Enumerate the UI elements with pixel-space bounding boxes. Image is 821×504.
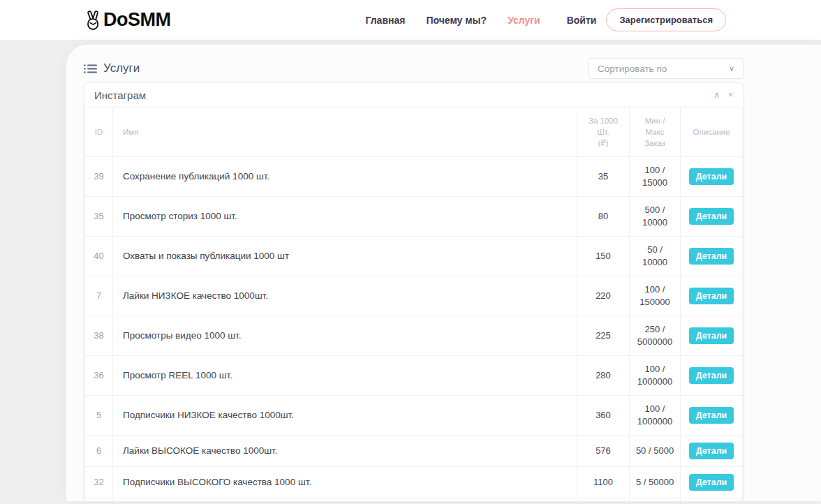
service-description-cell: Детали bbox=[681, 467, 743, 498]
page-title: Услуги bbox=[103, 61, 140, 75]
details-button[interactable]: Детали bbox=[689, 168, 734, 185]
service-id: 40 bbox=[85, 237, 113, 276]
service-name: Подписчики ВЫСОКОЕ качество 1000шт. bbox=[113, 498, 577, 502]
service-id: 7 bbox=[85, 276, 113, 316]
service-id: 5 bbox=[85, 396, 113, 436]
logo[interactable]: DoSMM bbox=[84, 9, 170, 31]
table-row: 35 Просмотр сториз 1000 шт. 80 500 / 100… bbox=[85, 197, 743, 237]
service-description-cell: Детали bbox=[681, 237, 743, 276]
service-id: 6 bbox=[85, 436, 113, 467]
service-price: 150 bbox=[577, 237, 630, 276]
column-header: ID bbox=[85, 108, 113, 157]
list-icon bbox=[84, 64, 97, 74]
service-min-max: 250 / 5000000 bbox=[630, 316, 681, 356]
details-button[interactable]: Детали bbox=[689, 474, 734, 491]
service-name: Подписчики НИЗКОЕ качество 1000шт. bbox=[113, 396, 577, 436]
service-price: 360 bbox=[577, 396, 630, 436]
service-price: 35 bbox=[577, 157, 630, 197]
table-header-row: IDИмяЗа 1000 Шт. (₽)Мин / Макс ЗаказОпис… bbox=[85, 108, 743, 157]
table-row: 38 Просмотры видео 1000 шт. 225 250 / 50… bbox=[85, 316, 743, 356]
service-description-cell: Детали bbox=[681, 157, 743, 197]
details-button[interactable]: Детали bbox=[689, 407, 734, 424]
service-name: Просмотры видео 1000 шт. bbox=[113, 316, 577, 356]
chevron-down-icon: ∨ bbox=[729, 64, 734, 73]
table-row: 6 Лайки ВЫСОКОЕ качество 1000шт. 576 50 … bbox=[85, 436, 743, 467]
service-price: 280 bbox=[577, 356, 630, 396]
service-min-max: 50 / 5000 bbox=[630, 436, 681, 467]
victory-hand-icon bbox=[84, 10, 102, 31]
service-price: 1848 bbox=[577, 498, 630, 502]
card-header: Инстаграм ∧ × bbox=[84, 83, 743, 107]
service-name: Лайки ВЫСОКОЕ качество 1000шт. bbox=[113, 436, 577, 467]
service-description-cell: Детали bbox=[681, 436, 743, 467]
service-id: 39 bbox=[85, 157, 113, 197]
content-panel: Услуги Сортировать по ∨ Инстаграм ∧ × bbox=[66, 45, 821, 501]
main-nav: Главная Почему мы? Услуги bbox=[365, 15, 540, 26]
service-description-cell: Детали bbox=[681, 316, 743, 356]
collapse-icon[interactable]: ∧ bbox=[713, 90, 720, 100]
service-min-max: 100 / 1000000 bbox=[630, 356, 681, 396]
service-description-cell: Детали bbox=[681, 498, 743, 502]
register-button[interactable]: Зарегистрироваться bbox=[606, 8, 726, 31]
details-button[interactable]: Детали bbox=[689, 367, 734, 384]
service-name: Лайки НИЗКОЕ качество 1000шт. bbox=[113, 276, 577, 316]
table-row: 5 Подписчики НИЗКОЕ качество 1000шт. 360… bbox=[85, 396, 743, 436]
service-min-max: 5 / 50000 bbox=[630, 467, 681, 498]
service-min-max: 100 / 15000 bbox=[630, 157, 681, 197]
service-min-max: 100 / 1000000 bbox=[630, 396, 681, 436]
login-link[interactable]: Войти bbox=[567, 15, 597, 26]
service-name: Сохранение публикаций 1000 шт. bbox=[113, 157, 577, 197]
table-row: 39 Сохранение публикаций 1000 шт. 35 100… bbox=[85, 157, 743, 197]
card-title: Инстаграм bbox=[94, 89, 146, 101]
service-min-max: 500 / 10000 bbox=[630, 197, 681, 237]
column-header: Описание bbox=[681, 108, 743, 157]
details-button[interactable]: Детали bbox=[689, 327, 734, 344]
column-header: За 1000 Шт. (₽) bbox=[577, 108, 630, 157]
table-row: 7 Лайки НИЗКОЕ качество 1000шт. 220 100 … bbox=[85, 276, 743, 316]
top-header: DoSMM Главная Почему мы? Услуги Войти За… bbox=[0, 0, 821, 40]
sort-select[interactable]: Сортировать по ∨ bbox=[589, 58, 744, 79]
service-name: Охваты и показы публикации 1000 шт bbox=[113, 237, 577, 276]
logo-text: DoSMM bbox=[103, 9, 170, 31]
service-name: Просмотр REEL 1000 шт. bbox=[113, 356, 577, 396]
nav-link-why-us[interactable]: Почему мы? bbox=[426, 15, 487, 26]
service-min-max: 50 / 20000 bbox=[630, 498, 681, 502]
services-toolbar: Услуги Сортировать по ∨ bbox=[84, 45, 744, 81]
service-price: 1100 bbox=[577, 467, 630, 498]
service-price: 225 bbox=[577, 316, 630, 356]
close-icon[interactable]: × bbox=[728, 90, 733, 100]
service-name: Просмотр сториз 1000 шт. bbox=[113, 197, 577, 237]
service-id: 36 bbox=[85, 356, 113, 396]
service-description-cell: Детали bbox=[681, 356, 743, 396]
service-description-cell: Детали bbox=[681, 197, 743, 237]
nav-link-home[interactable]: Главная bbox=[365, 15, 405, 26]
table-row: 4 Подписчики ВЫСОКОЕ качество 1000шт. 18… bbox=[85, 498, 743, 502]
details-button[interactable]: Детали bbox=[689, 208, 734, 225]
table-row: 40 Охваты и показы публикации 1000 шт 15… bbox=[85, 237, 743, 276]
column-header: Имя bbox=[113, 108, 577, 157]
service-id: 35 bbox=[85, 197, 113, 237]
sort-select-value: Сортировать по bbox=[598, 64, 667, 74]
details-button[interactable]: Детали bbox=[689, 443, 734, 459]
service-id: 32 bbox=[85, 467, 113, 498]
service-id: 4 bbox=[85, 498, 113, 502]
details-button[interactable]: Детали bbox=[689, 248, 734, 265]
service-price: 80 bbox=[577, 197, 630, 237]
service-min-max: 50 / 10000 bbox=[630, 237, 681, 276]
auth-area: Войти Зарегистрироваться bbox=[567, 8, 726, 31]
column-header: Мин / Макс Заказ bbox=[630, 108, 681, 157]
service-price: 576 bbox=[577, 436, 630, 467]
details-button[interactable]: Детали bbox=[689, 288, 734, 304]
service-id: 38 bbox=[85, 316, 113, 356]
service-price: 220 bbox=[577, 276, 630, 316]
services-table-body: 39 Сохранение публикаций 1000 шт. 35 100… bbox=[85, 157, 743, 502]
table-row: 32 Подписчики ВЫСОКОГО качества 1000 шт.… bbox=[85, 467, 743, 498]
services-table: IDИмяЗа 1000 Шт. (₽)Мин / Макс ЗаказОпис… bbox=[84, 107, 743, 501]
page-background: Услуги Сортировать по ∨ Инстаграм ∧ × bbox=[0, 40, 821, 504]
service-min-max: 100 / 150000 bbox=[630, 276, 681, 316]
nav-link-services[interactable]: Услуги bbox=[508, 15, 540, 26]
service-name: Подписчики ВЫСОКОГО качества 1000 шт. bbox=[113, 467, 577, 498]
instagram-services-card: Инстаграм ∧ × IDИмяЗа 1000 Шт. (₽)Мин / … bbox=[84, 82, 744, 501]
service-description-cell: Детали bbox=[681, 276, 743, 316]
service-description-cell: Детали bbox=[681, 396, 743, 436]
